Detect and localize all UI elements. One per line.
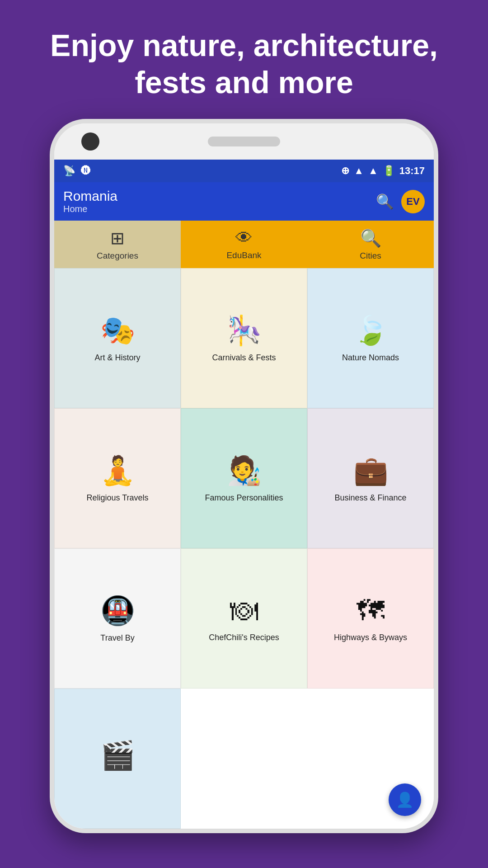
cast-icon: 📡 (63, 165, 75, 177)
battery-icon: 🔋 (383, 165, 395, 177)
edubank-icon: 👁 (235, 228, 253, 248)
chefchili-label: ChefChili's Recipes (209, 633, 279, 642)
header-icons: 🔍 EV (376, 190, 425, 213)
status-bar: 📡 🅝 ⊕ ▲ ▲ 🔋 13:17 (54, 160, 434, 182)
fab-icon: 👤 (396, 791, 414, 808)
app-header: Romania Home 🔍 EV (54, 182, 434, 221)
app-subtitle: Home (63, 204, 117, 214)
nature-icon: 🍃 (353, 314, 388, 347)
art-history-label: Art & History (94, 353, 140, 363)
phone-screen: 📡 🅝 ⊕ ▲ ▲ 🔋 13:17 Romania Home 🔍 EV (54, 160, 434, 829)
clock: 13:17 (399, 165, 425, 177)
signal-icon: ▲ (368, 165, 378, 177)
cast-status-icon: ⊕ (341, 165, 349, 177)
business-icon: 💼 (353, 454, 388, 487)
tab-categories[interactable]: ⊞ Categories (54, 221, 181, 268)
carnivals-icon: 🎠 (227, 314, 262, 347)
status-right: ⊕ ▲ ▲ 🔋 13:17 (341, 165, 425, 177)
app-icon-1: 🅝 (81, 165, 91, 177)
cat-carnivals-fests[interactable]: 🎠 Carnivals & Fests (181, 268, 307, 408)
phone-camera (81, 132, 99, 151)
tab-edubank[interactable]: 👁 EduBank (181, 221, 307, 268)
tab-categories-label: Categories (97, 251, 138, 261)
app-title: Romania (63, 189, 117, 204)
art-history-icon: 🎭 (100, 314, 135, 347)
business-label: Business & Finance (334, 493, 406, 503)
status-left: 📡 🅝 (63, 165, 91, 177)
highways-label: Highways & Byways (334, 633, 407, 642)
phone-top-bar (54, 123, 434, 160)
cat-more[interactable]: 🎬 (54, 689, 181, 829)
fab-button[interactable]: 👤 (389, 783, 421, 816)
cat-business-finance[interactable]: 💼 Business & Finance (307, 408, 434, 548)
tab-cities-label: Cities (360, 251, 381, 261)
tab-cities[interactable]: 🔍 Cities (307, 221, 434, 268)
cat-highways[interactable]: 🗺 Highways & Byways (307, 548, 434, 689)
highways-icon: 🗺 (357, 594, 385, 627)
carnivals-label: Carnivals & Fests (212, 353, 276, 363)
personalities-label: Famous Personalities (205, 493, 283, 503)
travel-icon: 🚇 (100, 594, 135, 627)
phone-wrapper: 📡 🅝 ⊕ ▲ ▲ 🔋 13:17 Romania Home 🔍 EV (50, 119, 438, 833)
cat-religious-travels[interactable]: 🧘 Religious Travels (54, 408, 181, 548)
categories-grid: 🎭 Art & History 🎠 Carnivals & Fests 🍃 Na… (54, 268, 434, 829)
cities-icon: 🔍 (360, 228, 381, 248)
header-title-block: Romania Home (63, 189, 117, 214)
personalities-icon: 🧑‍🎨 (227, 454, 262, 487)
logo-badge[interactable]: EV (401, 190, 425, 213)
cat-travel-by[interactable]: 🚇 Travel By (54, 548, 181, 689)
cat-chefchili[interactable]: 🍽 ChefChili's Recipes (181, 548, 307, 689)
phone-speaker (208, 137, 280, 146)
religious-label: Religious Travels (86, 493, 148, 503)
hero-section: Enjoy nature, architecture, fests and mo… (0, 0, 488, 119)
tab-edubank-label: EduBank (226, 250, 261, 260)
wifi-icon: ▲ (354, 165, 364, 177)
travel-label: Travel By (100, 633, 134, 643)
categories-icon: ⊞ (110, 228, 125, 248)
search-button[interactable]: 🔍 (376, 193, 394, 210)
cat-art-history[interactable]: 🎭 Art & History (54, 268, 181, 408)
cat-nature-nomads[interactable]: 🍃 Nature Nomads (307, 268, 434, 408)
chefchili-icon: 🍽 (230, 594, 258, 627)
tabs-bar: ⊞ Categories 👁 EduBank 🔍 Cities (54, 221, 434, 268)
religious-icon: 🧘 (100, 454, 135, 487)
more-icon: 🎬 (100, 739, 135, 772)
cat-famous-personalities[interactable]: 🧑‍🎨 Famous Personalities (181, 408, 307, 548)
nature-label: Nature Nomads (342, 353, 399, 363)
